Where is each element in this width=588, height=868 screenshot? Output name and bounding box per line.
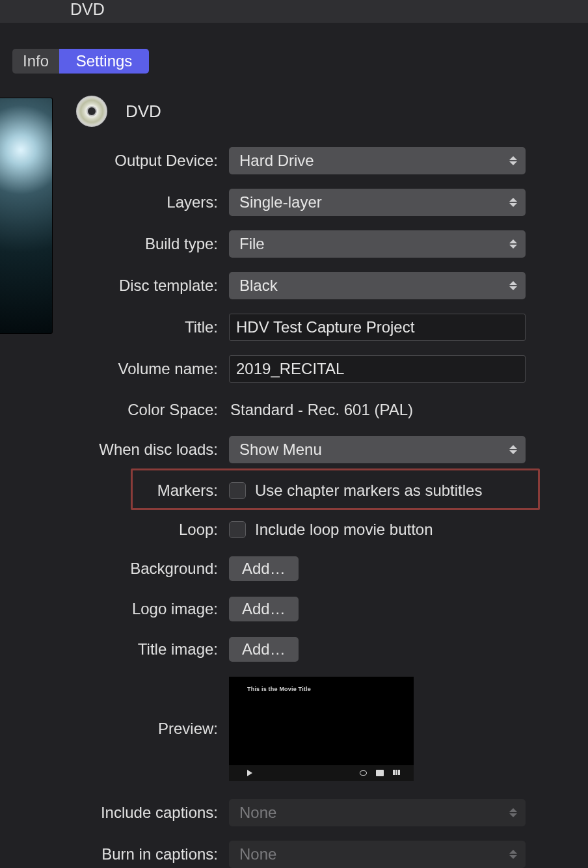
title-input[interactable] <box>229 314 526 341</box>
preview-label: Preview: <box>0 720 229 738</box>
section-title: DVD <box>126 102 161 122</box>
chevrons-icon <box>507 236 519 252</box>
include-captions-value: None <box>239 804 276 822</box>
color-space-label: Color Space: <box>0 401 229 419</box>
background-label: Background: <box>0 560 229 578</box>
tab-info[interactable]: Info <box>12 49 59 74</box>
title-image-add-button[interactable]: Add… <box>229 637 299 662</box>
play-icon[interactable] <box>247 770 252 776</box>
chevrons-icon <box>507 277 519 294</box>
title-image-label: Title image: <box>0 640 229 658</box>
include-captions-label: Include captions: <box>0 804 229 822</box>
when-disc-loads-select[interactable]: Show Menu <box>229 436 526 463</box>
layers-label: Layers: <box>0 193 229 211</box>
burn-in-captions-value: None <box>239 845 276 863</box>
tab-settings[interactable]: Settings <box>59 49 149 74</box>
disc-template-select[interactable]: Black <box>229 272 526 299</box>
markers-checkbox-label: Use chapter markers as subtitles <box>255 481 482 500</box>
layers-select[interactable]: Single-layer <box>229 189 526 216</box>
output-device-value: Hard Drive <box>239 152 314 170</box>
preview-controls <box>229 765 414 781</box>
build-type-label: Build type: <box>0 235 229 253</box>
logo-image-add-button[interactable]: Add… <box>229 597 299 621</box>
background-add-button[interactable]: Add… <box>229 556 299 581</box>
loop-checkbox[interactable] <box>229 521 246 538</box>
loop-label: Loop: <box>0 521 229 539</box>
loop-checkbox-label: Include loop movie button <box>255 521 433 539</box>
markers-checkbox[interactable] <box>229 482 246 499</box>
layers-value: Single-layer <box>239 193 322 211</box>
chapters-icon[interactable] <box>393 770 402 776</box>
header-title: DVD <box>70 0 105 19</box>
burn-in-captions-select[interactable]: None <box>229 841 526 868</box>
chevrons-icon <box>507 194 519 211</box>
section-header: DVD <box>0 95 588 128</box>
markers-label: Markers: <box>0 481 229 500</box>
chevrons-icon <box>507 152 519 169</box>
volume-name-label: Volume name: <box>0 360 229 378</box>
chevrons-icon <box>507 804 519 821</box>
when-disc-loads-value: Show Menu <box>239 441 322 459</box>
color-space-value: Standard - Rec. 601 (PAL) <box>229 401 413 419</box>
output-device-select[interactable]: Hard Drive <box>229 147 526 174</box>
subtitle-icon[interactable] <box>376 770 384 776</box>
disc-template-value: Black <box>239 277 278 295</box>
burn-in-captions-label: Burn in captions: <box>0 845 229 863</box>
chevrons-icon <box>507 441 519 458</box>
output-device-label: Output Device: <box>0 152 229 170</box>
build-type-select[interactable]: File <box>229 230 526 258</box>
preview-player[interactable]: This is the Movie Title <box>229 677 414 781</box>
chevrons-icon <box>507 846 519 863</box>
logo-image-label: Logo image: <box>0 600 229 618</box>
tab-bar: Info Settings <box>12 49 149 74</box>
volume-name-input[interactable] <box>229 355 526 383</box>
include-captions-select[interactable]: None <box>229 799 526 826</box>
build-type-value: File <box>239 235 265 253</box>
settings-form: DVD Output Device: Hard Drive Layers: Si… <box>0 95 588 868</box>
loop-icon[interactable] <box>360 770 367 776</box>
when-disc-loads-label: When disc loads: <box>0 441 229 459</box>
dvd-icon <box>76 96 107 127</box>
title-label: Title: <box>0 318 229 336</box>
disc-template-label: Disc template: <box>0 277 229 295</box>
preview-inner-title: This is the Movie Title <box>247 686 311 692</box>
header: DVD <box>0 0 588 23</box>
